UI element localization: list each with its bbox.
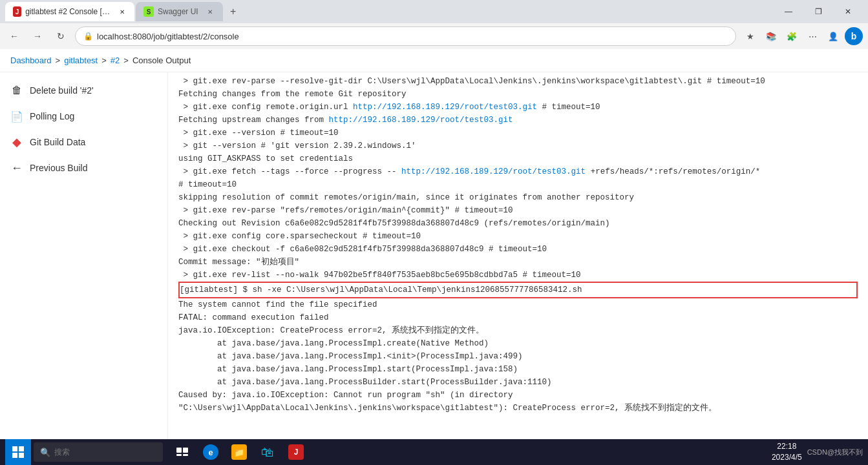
breadcrumb-gitlabtest[interactable]: gitlabtest	[64, 56, 98, 65]
breadcrumb-sep-2: >	[101, 56, 107, 65]
console-output[interactable]: > git.exe rev-parse --resolve-git-dir C:…	[168, 72, 868, 439]
tab-swagger[interactable]: S Swagger UI ✕	[136, 2, 223, 21]
console-line: using GIT_ASKPASS to set credentials	[178, 152, 858, 165]
bing-icon[interactable]: b	[845, 27, 863, 45]
tab-close-swagger[interactable]: ✕	[205, 6, 215, 17]
tab-label-swagger: Swagger UI	[158, 7, 198, 16]
tab-jenkins[interactable]: J gitlabtest #2 Console [Jenkins] ✕	[5, 2, 134, 21]
svg-rect-6	[176, 454, 182, 456]
sidebar-item-polling-log-label: Polling Log	[30, 111, 74, 121]
address-actions: ★ 📚 🧩 ⋯ 👤 b	[741, 27, 863, 45]
previous-build-icon: ←	[10, 161, 23, 174]
highlighted-console-line: [gitlabtest] $ sh -xe C:\Users\wjl\AppDa…	[178, 282, 858, 298]
console-line: at java.base/java.lang.ProcessImpl.<init…	[178, 350, 858, 363]
taskbar-date: 2023/4/5	[772, 452, 802, 463]
svg-rect-5	[183, 448, 188, 453]
console-line: > git.exe config remote.origin.url http:…	[178, 101, 858, 114]
new-tab-button[interactable]: +	[224, 3, 242, 21]
breadcrumb-console-output: Console Output	[132, 56, 191, 65]
console-link[interactable]: http://192.168.189.129/root/test03.git	[401, 167, 586, 176]
tab-label-jenkins: gitlabtest #2 Console [Jenkins]	[25, 7, 112, 16]
taskbar-search[interactable]: 🔍	[34, 442, 163, 462]
breadcrumb-sep-1: >	[56, 56, 61, 65]
taskbar-right: 22:18 2023/4/5 CSDN@找我不到	[772, 441, 863, 463]
close-button[interactable]: ✕	[833, 0, 863, 23]
console-line: > git.exe config core.sparsecheckout # t…	[178, 230, 858, 243]
console-line: > git.exe rev-parse --resolve-git-dir C:…	[178, 75, 858, 88]
minimize-button[interactable]: —	[774, 0, 803, 23]
sidebar-item-delete-build[interactable]: 🗑 Delete build '#2'	[0, 78, 167, 103]
svg-rect-1	[19, 446, 24, 451]
breadcrumb-sep-3: >	[123, 56, 129, 65]
browser-menu-icon[interactable]: ⋯	[803, 27, 821, 45]
back-button[interactable]: ←	[5, 27, 23, 45]
breadcrumb-build-number[interactable]: #2	[111, 56, 120, 65]
url-text: localhost:8080/job/gitlabtest/2/console	[97, 32, 239, 41]
console-line: > git.exe fetch --tags --force --progres…	[178, 165, 858, 178]
collections-icon[interactable]: 📚	[762, 27, 780, 45]
maximize-button[interactable]: ❐	[803, 0, 833, 23]
console-line: > git.exe checkout -f c6a6e082c9d5281f4f…	[178, 243, 858, 256]
explorer-taskbar-icon[interactable]: 📁	[228, 440, 251, 464]
taskbar: 🔍 e 📁 🛍 J 22:18 2023/4/5	[0, 439, 868, 465]
edge-profile-icon[interactable]: 👤	[824, 27, 842, 45]
console-line: > git.exe rev-parse "refs/remotes/origin…	[178, 204, 858, 217]
sidebar-item-git-build-data[interactable]: ◆ Git Build Data	[0, 129, 167, 155]
address-bar: ← → ↻ 🔒 localhost:8080/job/gitlabtest/2/…	[0, 23, 868, 49]
console-link[interactable]: http://192.168.189.129/root/test03.git	[329, 116, 513, 125]
edge-taskbar-icon[interactable]: e	[199, 440, 222, 464]
search-icon: 🔍	[40, 448, 50, 457]
taskbar-time: 22:18	[772, 441, 802, 452]
sidebar-item-previous-build-label: Previous Build	[30, 163, 88, 173]
console-line: java.io.IOException: CreateProcess error…	[178, 324, 858, 337]
tab-favicon-jenkins: J	[13, 6, 21, 17]
tab-bar: J gitlabtest #2 Console [Jenkins] ✕ S Sw…	[0, 0, 868, 23]
svg-rect-4	[176, 448, 182, 453]
svg-rect-2	[12, 453, 17, 458]
sidebar-item-git-build-data-label: Git Build Data	[30, 137, 85, 147]
favorites-icon[interactable]: ★	[741, 27, 759, 45]
console-line: at java.base/java.lang.ProcessBuilder.st…	[178, 376, 858, 389]
polling-log-icon: 📄	[10, 110, 23, 123]
console-line: at java.base/java.lang.ProcessImpl.creat…	[178, 337, 858, 350]
breadcrumb-dashboard[interactable]: Dashboard	[10, 56, 52, 65]
breadcrumb: Dashboard > gitlabtest > #2 > Console Ou…	[0, 49, 868, 72]
csd-watermark: CSDN@找我不到	[807, 448, 863, 457]
console-line: [gitlabtest] $ sh -xe C:\Users\wjl\AppDa…	[178, 282, 858, 298]
reload-button[interactable]: ↻	[52, 27, 70, 45]
store-taskbar-icon[interactable]: 🛍	[256, 440, 279, 464]
sidebar-item-polling-log[interactable]: 📄 Polling Log	[0, 103, 167, 129]
lock-icon: 🔒	[83, 32, 93, 41]
extensions-icon[interactable]: 🧩	[783, 27, 801, 45]
console-line: Caused by: java.io.IOException: Cannot r…	[178, 389, 858, 402]
browser-chrome: J gitlabtest #2 Console [Jenkins] ✕ S Sw…	[0, 0, 868, 49]
window-controls: — ❐ ✕	[774, 0, 863, 23]
sidebar: 🗑 Delete build '#2' 📄 Polling Log ◆ Git …	[0, 72, 168, 439]
main-layout: 🗑 Delete build '#2' 📄 Polling Log ◆ Git …	[0, 72, 868, 439]
search-input[interactable]	[54, 448, 145, 457]
console-line: Fetching upstream changes from http://19…	[178, 114, 858, 127]
url-bar[interactable]: 🔒 localhost:8080/job/gitlabtest/2/consol…	[75, 26, 736, 46]
sidebar-item-previous-build[interactable]: ← Previous Build	[0, 155, 167, 181]
console-line: Fetching changes from the remote Git rep…	[178, 88, 858, 101]
console-line: > git.exe --version # timeout=10	[178, 127, 858, 140]
taskview-icon[interactable]	[171, 440, 194, 464]
console-line: # timeout=10	[178, 178, 858, 191]
console-line: > git.exe rev-list --no-walk 947b02be5ff…	[178, 269, 858, 282]
git-build-data-icon: ◆	[10, 136, 23, 149]
svg-rect-7	[183, 454, 188, 456]
console-line: skipping resolution of commit remotes/or…	[178, 191, 858, 204]
svg-rect-0	[12, 446, 17, 451]
console-line: Commit message: "初始项目"	[178, 256, 858, 269]
sidebar-item-delete-build-label: Delete build '#2'	[30, 85, 94, 96]
forward-button[interactable]: →	[28, 27, 47, 45]
start-button[interactable]	[5, 439, 31, 465]
taskbar-icons: e 📁 🛍 J	[171, 440, 308, 464]
console-link[interactable]: http://192.168.189.129/root/test03.git	[353, 103, 537, 112]
console-line: "C:\Users\wjl\AppData\Local\Jenkins\.jen…	[178, 402, 858, 415]
console-line: at java.base/java.lang.ProcessImpl.start…	[178, 363, 858, 376]
tab-favicon-swagger: S	[143, 6, 154, 17]
console-line: > git --version # 'git version 2.39.2.wi…	[178, 140, 858, 152]
jenkins-taskbar-icon[interactable]: J	[284, 440, 308, 464]
tab-close-jenkins[interactable]: ✕	[118, 6, 127, 17]
